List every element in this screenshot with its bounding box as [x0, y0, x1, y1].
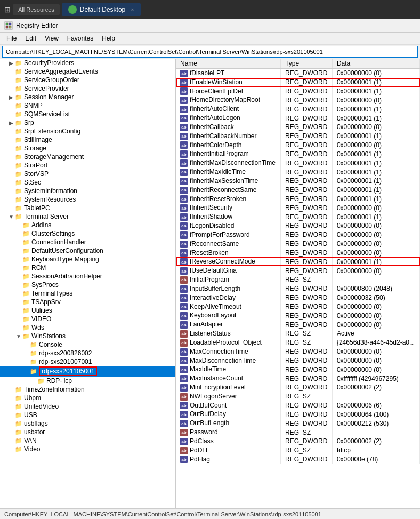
- table-header-name[interactable]: Name: [176, 59, 281, 69]
- table-row[interactable]: abOutBufLengthREG_DWORD0x00000212 (530): [176, 419, 420, 428]
- tree-item[interactable]: 📁TimeZoneInformation: [0, 385, 175, 394]
- tree-arrow[interactable]: ▼: [7, 214, 15, 220]
- tree-item[interactable]: 📁SystemInformation: [0, 187, 175, 195]
- table-row[interactable]: abfDisableLPTREG_DWORD0x00000000 (0): [176, 69, 420, 78]
- tree-item[interactable]: 📁ConnectionHandler: [0, 238, 175, 246]
- tree-item[interactable]: 📁USB: [0, 411, 175, 419]
- table-header-data[interactable]: Data: [332, 59, 419, 69]
- tree-item[interactable]: 📁StorageManagement: [0, 153, 175, 161]
- tree-item[interactable]: 📁Wds: [0, 323, 175, 332]
- tree-item[interactable]: 📁TerminalTypes: [0, 289, 175, 298]
- table-row[interactable]: abNWLogonServerREG_SZ: [176, 392, 420, 401]
- table-row[interactable]: abMinEncryptionLevelREG_DWORD0x00000002 …: [176, 383, 420, 392]
- table-row[interactable]: abfInheritCallbackNumberREG_DWORD0x00000…: [176, 132, 420, 141]
- apps-grid-icon[interactable]: ⊞: [4, 5, 11, 14]
- tree-item[interactable]: 📁Storage: [0, 144, 175, 153]
- table-row[interactable]: abInteractiveDelayREG_DWORD0x00000032 (5…: [176, 293, 420, 302]
- table-row[interactable]: abPdFlagREG_DWORD0x00000e (78): [176, 455, 420, 464]
- tree-item[interactable]: 📁UnitedVideo: [0, 402, 175, 411]
- table-row[interactable]: abfInheritMaxSessionTimeREG_DWORD0x00000…: [176, 177, 420, 186]
- table-row[interactable]: abMaxConnectionTimeREG_DWORD0x00000000 (…: [176, 347, 420, 356]
- table-row[interactable]: abfReverseConnectModeREG_DWORD0x00000001…: [176, 257, 420, 266]
- table-row[interactable]: abfLogonDisabledREG_DWORD0x00000000 (0): [176, 221, 420, 230]
- table-row[interactable]: abfInheritInitialProgramREG_DWORD0x00000…: [176, 149, 420, 158]
- table-row[interactable]: abLoadableProtocol_ObjectREG_SZ{24656d38…: [176, 338, 420, 347]
- tree-item[interactable]: 📁rdp-sxs201007001: [0, 357, 175, 366]
- tree-item[interactable]: 📁Utilities: [0, 306, 175, 315]
- table-row[interactable]: abLanAdapterREG_DWORD0x00000000 (0): [176, 320, 420, 329]
- tree-item[interactable]: 📁ServiceProvider: [0, 84, 175, 93]
- all-resources-tab[interactable]: All Resources: [13, 4, 60, 15]
- tree-item[interactable]: ▼📁Terminal Server: [0, 212, 175, 221]
- table-row[interactable]: abInitialProgramREG_SZ: [176, 275, 420, 284]
- tree-item[interactable]: 📁rdp-sxs201105001: [0, 366, 175, 377]
- table-row[interactable]: abfInheritShadowREG_DWORD0x00000001 (1): [176, 212, 420, 221]
- table-row[interactable]: abfInheritMaxIdleTimeREG_DWORD0x00000001…: [176, 167, 420, 177]
- table-row[interactable]: abfResetBrokenREG_DWORD0x00000000 (0): [176, 249, 420, 258]
- table-row[interactable]: abfForceClientLptDefREG_DWORD0x00000001 …: [176, 87, 420, 96]
- tree-item[interactable]: 📁SystemResources: [0, 195, 175, 204]
- table-row[interactable]: abMaxIdleTimeREG_DWORD0x00000000 (0): [176, 365, 420, 374]
- tree-item[interactable]: 📁StorVSP: [0, 170, 175, 178]
- table-row[interactable]: abfInheritAutoClientREG_DWORD0x00000001 …: [176, 105, 420, 114]
- tree-item[interactable]: 📁ServiceAggregatedEvents: [0, 67, 175, 76]
- tree-item[interactable]: 📁ServiceGroupOrder: [0, 76, 175, 84]
- table-row[interactable]: abfInheritReconnectSameREG_DWORD0x000000…: [176, 186, 420, 195]
- data-panel[interactable]: NameTypeDataabfDisableLPTREG_DWORD0x0000…: [176, 59, 420, 508]
- tree-item[interactable]: 📁TSAppSrv: [0, 298, 175, 306]
- tree-item[interactable]: 📁SrpExtensionConfig: [0, 127, 175, 135]
- table-row[interactable]: abKeyboardLayoutREG_DWORD0x00000000 (0): [176, 311, 420, 320]
- tree-item[interactable]: 📁StorPort: [0, 161, 175, 170]
- table-row[interactable]: abfReconnectSameREG_DWORD0x00000000 (0): [176, 239, 420, 249]
- tree-item[interactable]: 📁usbflags: [0, 419, 175, 428]
- tree-item[interactable]: 📁Console: [0, 340, 175, 349]
- table-row[interactable]: abOutBufCountREG_DWORD0x00000006 (6): [176, 401, 420, 410]
- table-row[interactable]: abfInheritSecurityREG_DWORD0x00000000 (0…: [176, 203, 420, 212]
- menu-file[interactable]: File: [2, 34, 21, 43]
- table-row[interactable]: abfInheritMaxDisconnectionTimeREG_DWORD0…: [176, 158, 420, 167]
- table-row[interactable]: abPdClassREG_DWORD0x00000002 (2): [176, 437, 420, 446]
- table-row[interactable]: abKeepAliveTimeoutREG_DWORD0x00000000 (0…: [176, 302, 420, 312]
- table-row[interactable]: abfInheritCallbackREG_DWORD0x00000000 (0…: [176, 123, 420, 132]
- tree-item[interactable]: 📁rdp-sxs200826002: [0, 349, 175, 357]
- tree-arrow[interactable]: ▶: [7, 120, 15, 126]
- table-row[interactable]: abfInheritColorDepthREG_DWORD0x00000000 …: [176, 141, 420, 150]
- tree-item[interactable]: 📁ClusterSettings: [0, 229, 175, 238]
- tree-item[interactable]: 📁SessionArbitrationHelper: [0, 272, 175, 281]
- table-row[interactable]: abfInheritResetBrokenREG_DWORD0x00000001…: [176, 195, 420, 204]
- table-row[interactable]: abMaxDisconnectionTimeREG_DWORD0x0000000…: [176, 356, 420, 365]
- tree-item[interactable]: 📁TabletPC: [0, 204, 175, 212]
- address-bar[interactable]: Computer\HKEY_LOCAL_MACHINE\SYSTEM\Curre…: [2, 46, 418, 58]
- tree-item[interactable]: 📁SNMP: [0, 101, 175, 110]
- table-row[interactable]: abfInheritAutoLogonREG_DWORD0x00000001 (…: [176, 114, 420, 123]
- tree-item[interactable]: 📁VIDEO: [0, 315, 175, 323]
- table-row[interactable]: abfEnableWinStationREG_DWORD0x00000001 (…: [176, 78, 420, 87]
- table-row[interactable]: abPasswordREG_SZ: [176, 428, 420, 437]
- table-row[interactable]: abListenerStatusREG_SZActive: [176, 329, 420, 338]
- tree-item[interactable]: 📁VAN: [0, 436, 175, 445]
- tree-item[interactable]: 📁AddIns: [0, 221, 175, 229]
- tree-item[interactable]: 📁Ubpm: [0, 394, 175, 402]
- tree-item[interactable]: 📁RDP- lcp: [0, 377, 175, 385]
- tree-arrow[interactable]: ▼: [15, 333, 22, 339]
- tree-item[interactable]: 📁StillImage: [0, 135, 175, 144]
- table-row[interactable]: abInputBufferLengthREG_DWORD0x00000800 (…: [176, 284, 420, 293]
- close-tab-button[interactable]: ×: [131, 6, 134, 13]
- tree-item[interactable]: 📁DefaultUserConfiguration: [0, 246, 175, 255]
- tree-item[interactable]: 📁usbstor: [0, 428, 175, 436]
- menu-help[interactable]: Help: [98, 34, 119, 43]
- tree-item[interactable]: ▶📁Srp: [0, 118, 175, 127]
- tree-item[interactable]: 📁SQMServiceList: [0, 110, 175, 118]
- tree-item[interactable]: 📁RCM: [0, 264, 175, 272]
- tree-arrow[interactable]: ▶: [7, 60, 15, 66]
- table-row[interactable]: abfUseDefaultGinaREG_DWORD0x00000000 (0): [176, 266, 420, 275]
- tree-item[interactable]: 📁SysProcs: [0, 281, 175, 289]
- menu-view[interactable]: View: [41, 34, 63, 43]
- table-row[interactable]: abfPromptForPasswordREG_DWORD0x00000000 …: [176, 230, 420, 239]
- table-row[interactable]: abfHomeDirectoryMapRootREG_DWORD0x000000…: [176, 95, 420, 105]
- tree-item[interactable]: 📁StSec: [0, 178, 175, 187]
- tree-item[interactable]: 📁Video: [0, 445, 175, 453]
- menu-edit[interactable]: Edit: [21, 34, 41, 43]
- tree-item[interactable]: 📁KeyboardType Mapping: [0, 255, 175, 264]
- tree-item[interactable]: ▶📁Session Manager: [0, 93, 175, 101]
